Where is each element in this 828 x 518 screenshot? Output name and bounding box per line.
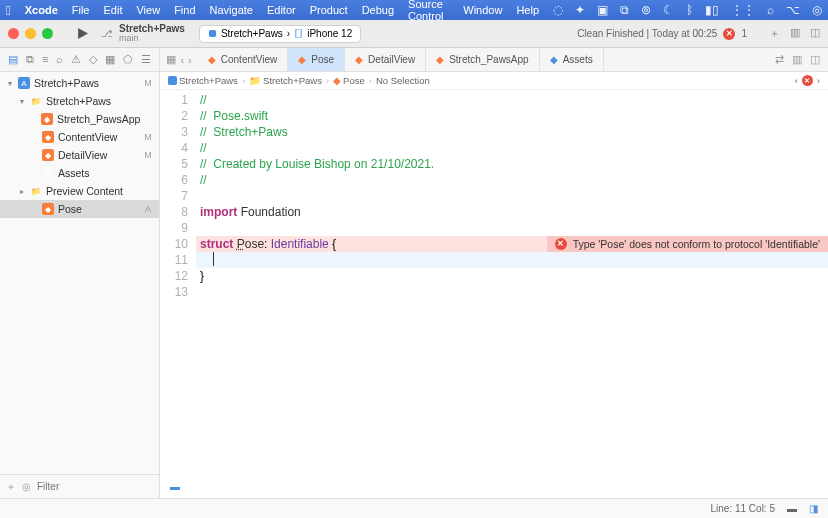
- library-button[interactable]: ▥: [790, 26, 800, 41]
- forward-button[interactable]: ›: [188, 54, 192, 66]
- menu-product[interactable]: Product: [310, 4, 348, 16]
- menu-window[interactable]: Window: [463, 4, 502, 16]
- error-icon[interactable]: ✕: [802, 75, 813, 86]
- editor-tab[interactable]: ◆Stretch_PawsApp: [426, 48, 540, 71]
- code-line[interactable]: }: [196, 268, 828, 284]
- issue-navigator-icon[interactable]: ⚠: [71, 53, 81, 66]
- zoom-window[interactable]: [42, 28, 53, 39]
- test-navigator-icon[interactable]: ◇: [89, 53, 97, 66]
- canvas-toggle-icon[interactable]: ◨: [809, 503, 818, 514]
- source-text[interactable]: //// Pose.swift// Stretch+Paws//// Creat…: [196, 90, 828, 498]
- disclosure-triangle[interactable]: ▾: [18, 97, 26, 106]
- menu-view[interactable]: View: [136, 4, 160, 16]
- status-icon[interactable]: ◌: [553, 3, 563, 17]
- search-icon[interactable]: ⌕: [767, 3, 774, 17]
- wifi-icon[interactable]: ⋮⋮: [731, 3, 755, 17]
- menu-help[interactable]: Help: [516, 4, 539, 16]
- code-line[interactable]: [196, 188, 828, 204]
- source-control-navigator-icon[interactable]: ⧉: [26, 53, 34, 66]
- status-icon[interactable]: ✦: [575, 3, 585, 17]
- tree-row[interactable]: ◆PoseA: [0, 200, 159, 218]
- scm-status: M: [143, 78, 153, 88]
- code-editor[interactable]: 12345678910111213 //// Pose.swift// Stre…: [160, 90, 828, 498]
- find-navigator-icon[interactable]: ⌕: [56, 53, 63, 66]
- tree-row[interactable]: ▾AStretch+PawsM: [0, 74, 159, 92]
- report-navigator-icon[interactable]: ☰: [141, 53, 151, 66]
- code-line[interactable]: // Pose.swift: [196, 108, 828, 124]
- minimap-toggle-icon[interactable]: ▬: [787, 503, 797, 514]
- tv-icon[interactable]: ⧉: [620, 3, 629, 17]
- inline-error-banner[interactable]: ✕Type 'Pose' does not conform to protoco…: [547, 236, 828, 252]
- file-icon: ◆: [41, 113, 53, 125]
- navigator-selector: ▤ ⧉ ≡ ⌕ ⚠ ◇ ▦ ⬠ ☰: [0, 53, 159, 66]
- hotspot-icon[interactable]: ⊚: [641, 3, 651, 17]
- file-tree[interactable]: ▾AStretch+PawsM▾📁Stretch+Paws◆Stretch_Pa…: [0, 72, 159, 474]
- tree-row[interactable]: ◆Stretch_PawsApp: [0, 110, 159, 128]
- run-button[interactable]: [71, 25, 93, 43]
- swift-icon: ◆: [298, 54, 306, 65]
- code-line[interactable]: //: [196, 172, 828, 188]
- editor-options-icon[interactable]: ⇄: [775, 53, 784, 66]
- scheme-selector[interactable]: ⎇ Stretch+Paws main: [101, 23, 185, 44]
- cursor-position: Line: 11 Col: 5: [711, 503, 776, 514]
- tree-row[interactable]: ▾📁Stretch+Paws: [0, 92, 159, 110]
- symbol-navigator-icon[interactable]: ≡: [42, 53, 48, 66]
- project-navigator-icon[interactable]: ▤: [8, 53, 18, 66]
- code-line[interactable]: [196, 252, 828, 268]
- code-line[interactable]: //: [196, 140, 828, 156]
- disclosure-triangle[interactable]: ▸: [18, 187, 26, 196]
- back-button[interactable]: ‹: [180, 54, 184, 66]
- code-line[interactable]: import Foundation: [196, 204, 828, 220]
- apple-icon[interactable]: : [6, 3, 11, 18]
- menu-edit[interactable]: Edit: [104, 4, 123, 16]
- prev-issue-icon[interactable]: ‹: [795, 75, 798, 86]
- filter-input[interactable]: [37, 481, 164, 492]
- disclosure-triangle[interactable]: ▾: [6, 79, 14, 88]
- battery-icon[interactable]: ▮▯: [705, 3, 719, 17]
- editor-tab[interactable]: ◆ContentView: [198, 48, 289, 71]
- menu-navigate[interactable]: Navigate: [210, 4, 253, 16]
- code-line[interactable]: // Created by Louise Bishop on 21/10/202…: [196, 156, 828, 172]
- minimize-window[interactable]: [25, 28, 36, 39]
- menu-file[interactable]: File: [72, 4, 90, 16]
- editor-tab[interactable]: ◆Assets: [540, 48, 604, 71]
- close-window[interactable]: [8, 28, 19, 39]
- tree-row[interactable]: ◆DetailViewM: [0, 146, 159, 164]
- add-file-button[interactable]: ＋: [6, 480, 16, 494]
- code-line[interactable]: //: [196, 92, 828, 108]
- jump-bar[interactable]: Stretch+Paws› 📁 Stretch+Paws› ◆ Pose› No…: [160, 72, 828, 90]
- file-label: Stretch+Paws: [46, 95, 111, 107]
- debug-navigator-icon[interactable]: ▦: [105, 53, 115, 66]
- siri-icon[interactable]: ◎: [812, 3, 822, 17]
- error-count-badge[interactable]: ✕: [723, 28, 735, 40]
- run-destination[interactable]: Stretch+Paws › iPhone 12: [199, 25, 361, 43]
- control-center-icon[interactable]: ⌥: [786, 3, 800, 17]
- menu-editor[interactable]: Editor: [267, 4, 296, 16]
- bluetooth-icon[interactable]: ᛒ: [686, 3, 693, 17]
- menu-find[interactable]: Find: [174, 4, 195, 16]
- editor-tab[interactable]: ◆DetailView: [345, 48, 426, 71]
- code-line[interactable]: struct Pose: Identifiable {✕Type 'Pose' …: [196, 236, 828, 252]
- tree-row[interactable]: ▦Assets: [0, 164, 159, 182]
- next-issue-icon[interactable]: ›: [817, 75, 820, 86]
- tree-row[interactable]: ◆ContentViewM: [0, 128, 159, 146]
- error-icon: ✕: [555, 238, 567, 250]
- add-button[interactable]: ＋: [769, 26, 780, 41]
- code-line[interactable]: // Stretch+Paws: [196, 124, 828, 140]
- code-line[interactable]: [196, 284, 828, 300]
- add-editor-icon[interactable]: ◫: [810, 53, 820, 66]
- dnd-icon[interactable]: ☾: [663, 3, 674, 17]
- code-line[interactable]: [196, 220, 828, 236]
- adjust-editor-icon[interactable]: ▥: [792, 53, 802, 66]
- menu-debug[interactable]: Debug: [362, 4, 394, 16]
- filter-icon[interactable]: ◎: [22, 481, 31, 492]
- menu-source-control[interactable]: Source Control: [408, 0, 449, 22]
- tree-row[interactable]: ▸📁Preview Content: [0, 182, 159, 200]
- editor-tab[interactable]: ◆Pose: [288, 48, 345, 71]
- editor-tabbar: ▦ ‹ › ◆ContentView◆Pose◆DetailView◆Stret…: [159, 48, 828, 71]
- toggle-inspector-button[interactable]: ◫: [810, 26, 820, 41]
- screenshare-icon[interactable]: ▣: [597, 3, 608, 17]
- breakpoint-navigator-icon[interactable]: ⬠: [123, 53, 133, 66]
- related-items-icon[interactable]: ▦: [166, 53, 176, 66]
- app-name[interactable]: Xcode: [25, 4, 58, 16]
